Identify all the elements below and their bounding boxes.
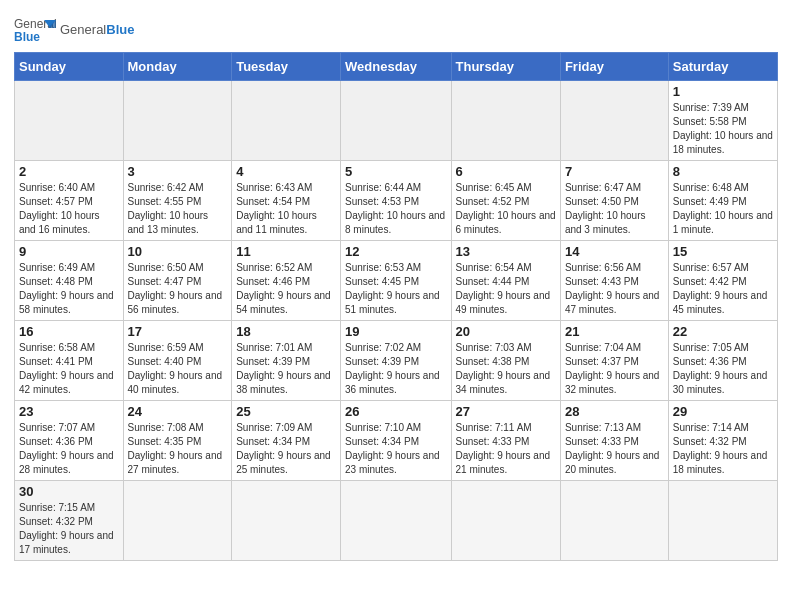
day-cell: 4Sunrise: 6:43 AM Sunset: 4:54 PM Daylig… <box>232 161 341 241</box>
logo-blue-text: Blue <box>106 22 134 37</box>
day-info: Sunrise: 6:56 AM Sunset: 4:43 PM Dayligh… <box>565 261 664 317</box>
day-cell <box>668 481 777 561</box>
week-row-0: 1Sunrise: 7:39 AM Sunset: 5:58 PM Daylig… <box>15 81 778 161</box>
day-number: 18 <box>236 324 336 339</box>
day-cell: 21Sunrise: 7:04 AM Sunset: 4:37 PM Dayli… <box>560 321 668 401</box>
day-number: 29 <box>673 404 773 419</box>
day-number: 16 <box>19 324 119 339</box>
day-info: Sunrise: 7:10 AM Sunset: 4:34 PM Dayligh… <box>345 421 446 477</box>
day-number: 21 <box>565 324 664 339</box>
logo-general-text: General <box>60 22 106 37</box>
day-number: 10 <box>128 244 228 259</box>
weekday-thursday: Thursday <box>451 53 560 81</box>
day-cell <box>341 481 451 561</box>
day-cell <box>232 481 341 561</box>
day-info: Sunrise: 7:13 AM Sunset: 4:33 PM Dayligh… <box>565 421 664 477</box>
day-cell: 26Sunrise: 7:10 AM Sunset: 4:34 PM Dayli… <box>341 401 451 481</box>
day-number: 13 <box>456 244 556 259</box>
day-number: 24 <box>128 404 228 419</box>
day-info: Sunrise: 7:04 AM Sunset: 4:37 PM Dayligh… <box>565 341 664 397</box>
day-info: Sunrise: 7:14 AM Sunset: 4:32 PM Dayligh… <box>673 421 773 477</box>
day-number: 23 <box>19 404 119 419</box>
weekday-friday: Friday <box>560 53 668 81</box>
svg-text:Blue: Blue <box>14 30 40 44</box>
day-info: Sunrise: 7:09 AM Sunset: 4:34 PM Dayligh… <box>236 421 336 477</box>
day-info: Sunrise: 7:08 AM Sunset: 4:35 PM Dayligh… <box>128 421 228 477</box>
day-info: Sunrise: 6:50 AM Sunset: 4:47 PM Dayligh… <box>128 261 228 317</box>
calendar: SundayMondayTuesdayWednesdayThursdayFrid… <box>14 52 778 561</box>
day-number: 4 <box>236 164 336 179</box>
weekday-header-row: SundayMondayTuesdayWednesdayThursdayFrid… <box>15 53 778 81</box>
day-number: 2 <box>19 164 119 179</box>
day-cell: 10Sunrise: 6:50 AM Sunset: 4:47 PM Dayli… <box>123 241 232 321</box>
day-cell: 17Sunrise: 6:59 AM Sunset: 4:40 PM Dayli… <box>123 321 232 401</box>
day-cell: 23Sunrise: 7:07 AM Sunset: 4:36 PM Dayli… <box>15 401 124 481</box>
day-number: 9 <box>19 244 119 259</box>
day-info: Sunrise: 6:43 AM Sunset: 4:54 PM Dayligh… <box>236 181 336 237</box>
day-cell: 5Sunrise: 6:44 AM Sunset: 4:53 PM Daylig… <box>341 161 451 241</box>
day-info: Sunrise: 7:03 AM Sunset: 4:38 PM Dayligh… <box>456 341 556 397</box>
day-number: 5 <box>345 164 446 179</box>
header: General Blue GeneralBlue <box>14 10 778 46</box>
day-cell: 7Sunrise: 6:47 AM Sunset: 4:50 PM Daylig… <box>560 161 668 241</box>
day-cell: 6Sunrise: 6:45 AM Sunset: 4:52 PM Daylig… <box>451 161 560 241</box>
day-cell <box>123 481 232 561</box>
day-info: Sunrise: 6:57 AM Sunset: 4:42 PM Dayligh… <box>673 261 773 317</box>
day-cell <box>341 81 451 161</box>
week-row-4: 23Sunrise: 7:07 AM Sunset: 4:36 PM Dayli… <box>15 401 778 481</box>
day-number: 15 <box>673 244 773 259</box>
day-cell: 29Sunrise: 7:14 AM Sunset: 4:32 PM Dayli… <box>668 401 777 481</box>
day-number: 1 <box>673 84 773 99</box>
day-cell: 8Sunrise: 6:48 AM Sunset: 4:49 PM Daylig… <box>668 161 777 241</box>
day-info: Sunrise: 7:01 AM Sunset: 4:39 PM Dayligh… <box>236 341 336 397</box>
day-cell: 13Sunrise: 6:54 AM Sunset: 4:44 PM Dayli… <box>451 241 560 321</box>
week-row-5: 30Sunrise: 7:15 AM Sunset: 4:32 PM Dayli… <box>15 481 778 561</box>
day-cell <box>560 481 668 561</box>
weekday-monday: Monday <box>123 53 232 81</box>
week-row-2: 9Sunrise: 6:49 AM Sunset: 4:48 PM Daylig… <box>15 241 778 321</box>
day-cell: 15Sunrise: 6:57 AM Sunset: 4:42 PM Dayli… <box>668 241 777 321</box>
day-cell <box>232 81 341 161</box>
day-number: 27 <box>456 404 556 419</box>
day-info: Sunrise: 6:45 AM Sunset: 4:52 PM Dayligh… <box>456 181 556 237</box>
day-number: 17 <box>128 324 228 339</box>
day-number: 6 <box>456 164 556 179</box>
day-info: Sunrise: 7:07 AM Sunset: 4:36 PM Dayligh… <box>19 421 119 477</box>
day-number: 25 <box>236 404 336 419</box>
day-info: Sunrise: 6:49 AM Sunset: 4:48 PM Dayligh… <box>19 261 119 317</box>
day-cell: 12Sunrise: 6:53 AM Sunset: 4:45 PM Dayli… <box>341 241 451 321</box>
day-info: Sunrise: 6:54 AM Sunset: 4:44 PM Dayligh… <box>456 261 556 317</box>
day-cell: 30Sunrise: 7:15 AM Sunset: 4:32 PM Dayli… <box>15 481 124 561</box>
day-info: Sunrise: 7:15 AM Sunset: 4:32 PM Dayligh… <box>19 501 119 557</box>
day-number: 28 <box>565 404 664 419</box>
day-number: 20 <box>456 324 556 339</box>
day-cell: 1Sunrise: 7:39 AM Sunset: 5:58 PM Daylig… <box>668 81 777 161</box>
day-info: Sunrise: 6:53 AM Sunset: 4:45 PM Dayligh… <box>345 261 446 317</box>
day-info: Sunrise: 6:47 AM Sunset: 4:50 PM Dayligh… <box>565 181 664 237</box>
day-cell: 24Sunrise: 7:08 AM Sunset: 4:35 PM Dayli… <box>123 401 232 481</box>
day-cell: 18Sunrise: 7:01 AM Sunset: 4:39 PM Dayli… <box>232 321 341 401</box>
day-info: Sunrise: 7:02 AM Sunset: 4:39 PM Dayligh… <box>345 341 446 397</box>
day-cell: 14Sunrise: 6:56 AM Sunset: 4:43 PM Dayli… <box>560 241 668 321</box>
page: General Blue GeneralBlue SundayMondayTue… <box>0 0 792 612</box>
weekday-saturday: Saturday <box>668 53 777 81</box>
day-cell: 22Sunrise: 7:05 AM Sunset: 4:36 PM Dayli… <box>668 321 777 401</box>
day-info: Sunrise: 6:58 AM Sunset: 4:41 PM Dayligh… <box>19 341 119 397</box>
day-number: 26 <box>345 404 446 419</box>
day-number: 30 <box>19 484 119 499</box>
day-info: Sunrise: 6:59 AM Sunset: 4:40 PM Dayligh… <box>128 341 228 397</box>
weekday-wednesday: Wednesday <box>341 53 451 81</box>
day-cell: 9Sunrise: 6:49 AM Sunset: 4:48 PM Daylig… <box>15 241 124 321</box>
week-row-3: 16Sunrise: 6:58 AM Sunset: 4:41 PM Dayli… <box>15 321 778 401</box>
day-cell: 25Sunrise: 7:09 AM Sunset: 4:34 PM Dayli… <box>232 401 341 481</box>
day-cell <box>451 481 560 561</box>
day-cell <box>560 81 668 161</box>
day-cell: 28Sunrise: 7:13 AM Sunset: 4:33 PM Dayli… <box>560 401 668 481</box>
day-cell: 16Sunrise: 6:58 AM Sunset: 4:41 PM Dayli… <box>15 321 124 401</box>
day-number: 22 <box>673 324 773 339</box>
day-cell: 19Sunrise: 7:02 AM Sunset: 4:39 PM Dayli… <box>341 321 451 401</box>
day-cell: 3Sunrise: 6:42 AM Sunset: 4:55 PM Daylig… <box>123 161 232 241</box>
day-info: Sunrise: 6:52 AM Sunset: 4:46 PM Dayligh… <box>236 261 336 317</box>
day-number: 19 <box>345 324 446 339</box>
logo-svg: General Blue <box>14 14 56 46</box>
